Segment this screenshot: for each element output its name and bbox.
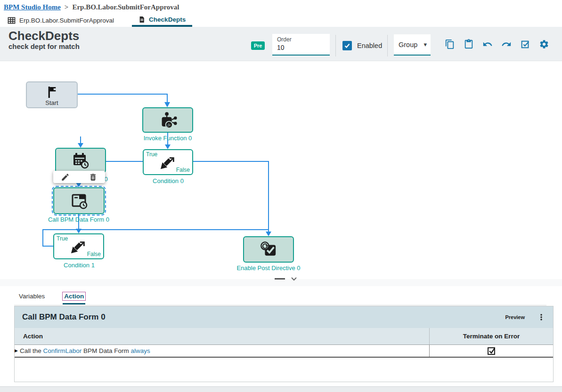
group-dropdown-label: Group [399, 41, 417, 48]
data-form-clock-icon [70, 192, 89, 209]
column-header-terminate: Terminate on Error [429, 328, 553, 344]
node-label: Invoke Function 0 [144, 135, 192, 142]
toolbar [445, 39, 562, 49]
condition-true-label: True [146, 151, 157, 158]
node-label: Condition 1 [64, 262, 95, 269]
tab-label: CheckDepts [149, 16, 186, 23]
pre-badge: Pre [251, 41, 265, 50]
order-field: Order [272, 34, 330, 56]
action-text: Call the [20, 347, 43, 354]
breadcrumb-home-link[interactable]: BPM Studio Home [4, 3, 61, 11]
tab-submitforapproval[interactable]: Erp.BO.Labor.SubmitForApproval [1, 14, 121, 27]
title-block: CheckDepts check dept for match [8, 29, 80, 50]
enabled-checkbox[interactable] [342, 41, 352, 50]
start-node[interactable]: Start [26, 81, 78, 108]
tab-variables[interactable]: Variables [19, 293, 45, 304]
condition-true-label: True [57, 235, 68, 242]
node-label: Condition 0 [153, 177, 184, 184]
enabled-control: Enabled [342, 41, 382, 50]
panel-collapse-control [275, 277, 297, 281]
node-action-tooltip [53, 171, 105, 183]
svg-text:fx: fx [168, 122, 171, 127]
breadcrumb-separator: > [65, 3, 69, 11]
copy-icon[interactable] [445, 39, 455, 49]
table-header-row: Action Terminate on Error [15, 328, 553, 345]
node-label: Enable Post Directive 0 [236, 264, 300, 272]
breadcrumb: BPM Studio Home > Erp.BO.Labor.SubmitFor… [0, 0, 562, 14]
invoke-function-icon: fx [158, 112, 178, 129]
paste-icon[interactable] [464, 39, 474, 49]
more-vertical-icon[interactable] [558, 39, 562, 49]
chevron-down-icon: ▾ [424, 41, 427, 48]
breadcrumb-current: Erp.BO.Labor.SubmitForApproval [72, 3, 179, 11]
condition-branch-icon [158, 154, 179, 170]
validate-icon[interactable] [520, 39, 530, 49]
tab-checkdepts[interactable]: CheckDepts [132, 14, 192, 27]
redo-icon[interactable] [501, 39, 512, 49]
node-label: Call BPM Data Form 0 [48, 216, 109, 223]
check-icon [488, 347, 496, 355]
table-row[interactable]: ▶ Call the ConfirmLabor BPM Data Form al… [15, 345, 553, 358]
column-header-action: Action [15, 328, 429, 344]
tab-label: Variables [19, 293, 45, 300]
page-subtitle: check dept for match [8, 42, 80, 50]
delete-trash-icon[interactable] [89, 173, 98, 182]
calendar-clock-icon [71, 152, 90, 169]
bottom-panel-tabs: Variables Action [19, 293, 85, 304]
action-text: BPM Data Form [81, 347, 130, 354]
node-label: Start [45, 99, 58, 106]
enable-post-directive-node[interactable] [243, 236, 294, 263]
collapse-dash-icon[interactable] [275, 278, 285, 280]
call-bpm-data-form-node[interactable] [53, 187, 105, 214]
condition-1-node[interactable]: True False [53, 233, 104, 259]
directive-header: CheckDepts check dept for match Pre Orde… [0, 27, 562, 61]
condition-branch-icon [68, 239, 89, 255]
flow-designer-canvas[interactable]: Start fx Invoke Function 0 0 True [0, 61, 562, 286]
footer-strip [0, 386, 562, 392]
row-marker-icon: ▶ [15, 348, 18, 353]
terminate-cell [429, 345, 553, 357]
tab-bar: Erp.BO.Labor.SubmitForApproval CheckDept… [0, 14, 562, 27]
panel-header: Call BPM Data Form 0 Preview [15, 306, 553, 328]
action-detail-panel: Call BPM Data Form 0 Preview Action Term… [14, 306, 554, 382]
grid-icon [8, 16, 16, 24]
order-input[interactable] [277, 44, 325, 51]
preview-button[interactable]: Preview [505, 314, 525, 320]
condition-link[interactable]: always [131, 347, 150, 354]
calendar-node[interactable] [55, 148, 106, 173]
invoke-function-node[interactable]: fx [142, 107, 193, 133]
page-title: CheckDepts [8, 29, 80, 42]
more-vertical-icon[interactable] [538, 313, 545, 321]
undo-icon[interactable] [482, 39, 493, 49]
tab-label: Erp.BO.Labor.SubmitForApproval [19, 17, 114, 24]
edit-pencil-icon[interactable] [61, 173, 70, 182]
document-icon [138, 16, 145, 24]
tab-action[interactable]: Action [63, 293, 85, 304]
flag-icon [46, 86, 57, 99]
settings-gear-icon[interactable] [539, 39, 549, 49]
divider [335, 35, 336, 56]
action-cell: Call the ConfirmLabor BPM Data Form alwa… [15, 345, 429, 357]
condition-false-label: False [87, 251, 101, 257]
divider [387, 35, 388, 56]
chevron-down-icon[interactable] [291, 277, 297, 281]
order-label: Order [277, 36, 325, 43]
check-icon [344, 42, 350, 49]
panel-title: Call BPM Data Form 0 [22, 312, 505, 322]
form-link[interactable]: ConfirmLabor [43, 347, 82, 354]
post-directive-check-icon [259, 241, 278, 258]
condition-0-node[interactable]: True False [143, 149, 193, 175]
enabled-label: Enabled [357, 42, 382, 49]
group-dropdown[interactable]: Group ▾ [394, 34, 431, 56]
terminate-checkbox[interactable] [488, 347, 495, 355]
condition-false-label: False [176, 167, 190, 173]
tab-label: Action [63, 292, 85, 300]
